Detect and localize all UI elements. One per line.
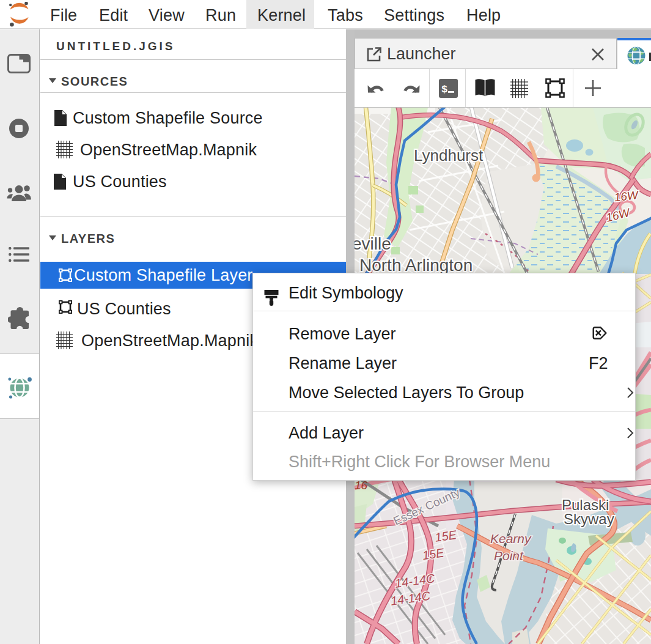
svg-text:Point: Point [494,549,524,563]
svg-text:North Arlington: North Arlington [359,256,473,275]
svg-text:Lyndhurst: Lyndhurst [414,146,484,165]
svg-text:16W: 16W [614,188,640,204]
svg-text:Skyway: Skyway [564,511,614,527]
svg-text:eville: eville [355,234,391,253]
svg-text:16: 16 [355,479,368,492]
svg-text:Kearny: Kearny [490,531,532,546]
svg-text:$: $ [441,84,447,95]
